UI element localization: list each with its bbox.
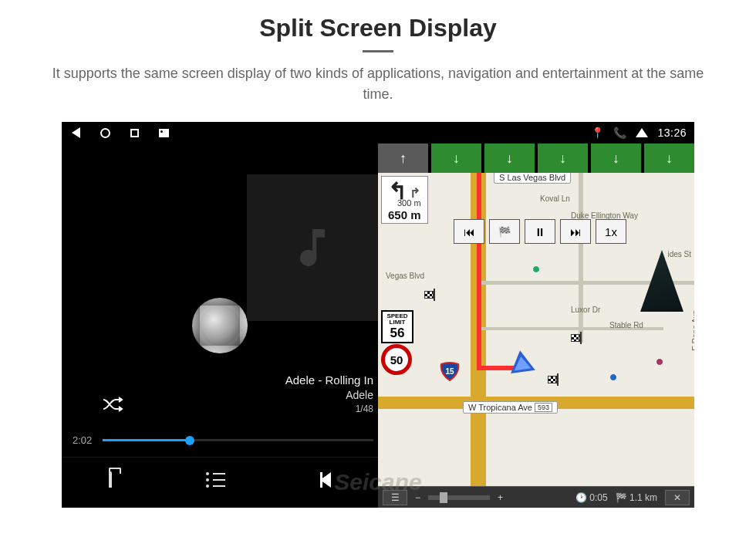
- street-reno: E Reno Ave: [691, 310, 694, 351]
- eta-time: 🕑 0:05: [575, 492, 608, 503]
- back-icon[interactable]: [69, 127, 82, 139]
- poi-icon: [609, 373, 617, 381]
- poi-flag: [424, 289, 435, 301]
- poi-icon: [532, 265, 540, 273]
- status-bar: 📍 📞 13:26: [62, 122, 694, 144]
- lane-3: ↓: [538, 144, 588, 173]
- street-luxor: Luxor Dr: [571, 306, 600, 314]
- map-bottom-bar: ☰ − + 🕑 0:05 🏁 1.1 km ✕: [378, 486, 694, 508]
- lane-2: ↓: [484, 144, 535, 173]
- street-vegasblvd: Vegas Blvd: [386, 272, 424, 280]
- progress-row: 2:02: [73, 434, 373, 446]
- interstate-shield: 15: [440, 361, 460, 384]
- track-title: Adele - Rolling In: [285, 373, 373, 388]
- lane-4: ↓: [591, 144, 641, 173]
- music-note-icon: [288, 223, 337, 272]
- device-screen: 📍 📞 13:26 Adele - Rolling In: [62, 122, 694, 508]
- folder-button[interactable]: [109, 473, 112, 487]
- zoom-slider[interactable]: [428, 495, 490, 500]
- lane-guidance: ↑ ↓ ↓ ↓ ↓ ↓: [378, 144, 694, 173]
- poi-icon: [656, 358, 663, 366]
- clock: 13:26: [657, 127, 687, 139]
- music-pane: Adele - Rolling In Adele 1/48 2:02: [62, 144, 378, 508]
- home-icon[interactable]: [99, 127, 111, 139]
- recents-icon[interactable]: [128, 127, 140, 139]
- player-bottom-controls: [62, 457, 378, 502]
- map-toolbar: ⏮ 🏁 II ⏭ 1x: [454, 219, 626, 244]
- street-top: S Las Vegas Blvd: [494, 173, 571, 184]
- picture-icon: [157, 127, 170, 139]
- poi-flag: [548, 373, 559, 386]
- previous-track-button[interactable]: [320, 472, 331, 488]
- lane-0: ↑: [378, 144, 428, 173]
- title-underline: [363, 50, 393, 52]
- progress-bar[interactable]: [103, 439, 373, 441]
- svg-text:15: 15: [445, 367, 454, 376]
- shuffle-icon[interactable]: [102, 396, 125, 417]
- street-ides: ides St: [667, 250, 691, 258]
- map-pause-button[interactable]: II: [525, 219, 555, 244]
- track-info: Adele - Rolling In Adele 1/48: [285, 373, 373, 415]
- turn-card: ↰ ↱ 300 m 650 m: [381, 176, 428, 224]
- lane-1: ↓: [431, 144, 481, 173]
- map-canvas[interactable]: S Las Vegas Blvd Koval Ln Duke Ellington…: [378, 173, 694, 486]
- street-tropicana: W Tropicana Ave593: [463, 401, 558, 414]
- page-subtitle: It supports the same screen display of t…: [0, 63, 756, 105]
- poi-flag: [571, 332, 582, 344]
- lane-5: ↓: [644, 144, 694, 173]
- elapsed-time: 2:02: [73, 434, 92, 446]
- map-prev-button[interactable]: ⏮: [454, 219, 484, 244]
- center-control[interactable]: [192, 298, 248, 353]
- track-index: 1/48: [285, 403, 373, 415]
- navigation-pane: ↑ ↓ ↓ ↓ ↓ ↓ S Las Vegas Blvd Koval Ln: [378, 144, 694, 508]
- map-menu-button[interactable]: ☰: [383, 490, 407, 505]
- phone-icon: 📞: [613, 127, 626, 139]
- map-cancel-button[interactable]: ✕: [665, 490, 690, 505]
- street-stable: Stable Rd: [609, 321, 643, 329]
- vehicle-cursor: [508, 349, 535, 373]
- playlist-button[interactable]: [206, 472, 225, 488]
- album-art-placeholder: [247, 174, 378, 321]
- map-speed-button[interactable]: 1x: [596, 219, 626, 244]
- zoom-in-icon[interactable]: +: [498, 492, 503, 503]
- map-waypoint-button[interactable]: 🏁: [489, 219, 520, 244]
- map-next-button[interactable]: ⏭: [560, 219, 591, 244]
- street-koval: Koval Ln: [540, 194, 570, 203]
- wifi-icon: [636, 127, 648, 139]
- page-title: Split Screen Display: [0, 14, 756, 42]
- turn-main-dist: 650 m: [388, 208, 421, 221]
- track-artist: Adele: [285, 388, 373, 403]
- zoom-out-icon[interactable]: −: [415, 492, 420, 503]
- eta-distance: 🏁 1.1 km: [616, 492, 657, 503]
- location-icon: 📍: [591, 127, 604, 139]
- speed-limit-sign: SPEED LIMIT 56: [381, 310, 413, 343]
- current-speed-sign: 50: [381, 344, 412, 375]
